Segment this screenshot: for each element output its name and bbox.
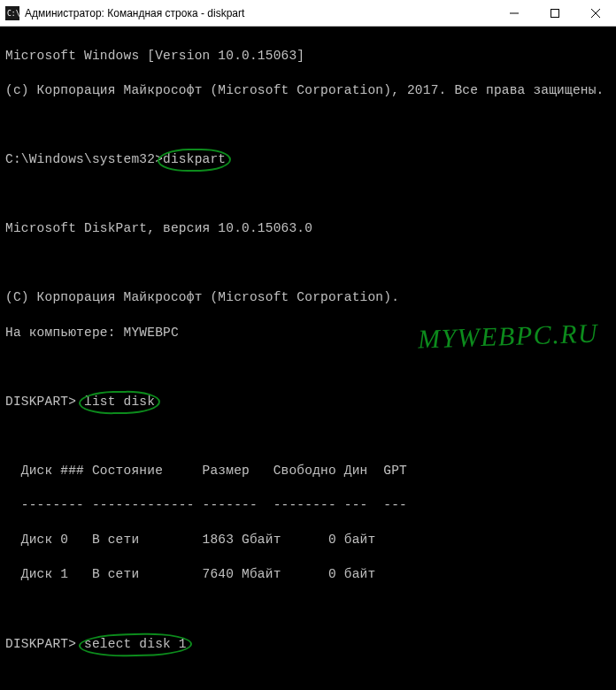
copyright-line: (c) Корпорация Майкрософт (Microsoft Cor… — [5, 82, 611, 100]
cmd-listdisk: list disk — [84, 394, 155, 411]
titlebar: C:\ Администратор: Командная строка - di… — [0, 0, 616, 27]
prompt-line: C:\Windows\system32>diskpart — [5, 151, 611, 169]
terminal-area[interactable]: Microsoft Windows [Version 10.0.15063] (… — [0, 27, 616, 690]
svg-text:C:\: C:\ — [7, 10, 19, 18]
version-line: Microsoft Windows [Version 10.0.15063] — [5, 48, 611, 65]
table-header: Диск ### Состояние Размер Свободно Дин G… — [5, 463, 611, 480]
table-row: Диск 0 В сети 1863 Gбайт 0 байт — [5, 532, 611, 549]
table-divider: -------- ------------- ------- -------- … — [5, 497, 611, 515]
cmd-selectdisk: select disk 1 — [84, 636, 187, 654]
cmd-icon: C:\ — [5, 6, 19, 20]
window-title: Администратор: Командная строка - diskpa… — [25, 7, 494, 19]
window-controls — [494, 0, 616, 26]
cmd-diskpart: diskpart — [163, 151, 226, 169]
computer-line: На компьютере: MYWEBPC — [5, 325, 611, 342]
maximize-button[interactable] — [535, 0, 575, 26]
prompt-selectdisk: DISKPART> select disk 1 — [5, 636, 611, 654]
table-row: Диск 1 В сети 7640 Mбайт 0 байт — [5, 566, 611, 584]
minimize-button[interactable] — [494, 0, 535, 26]
diskpart-version: Microsoft DiskPart, версия 10.0.15063.0 — [5, 220, 611, 238]
diskpart-copyright: (C) Корпорация Майкрософт (Microsoft Cor… — [5, 289, 611, 307]
svg-rect-3 — [551, 9, 559, 17]
prompt-listdisk: DISKPART> list disk — [5, 394, 611, 411]
close-button[interactable] — [575, 0, 616, 26]
